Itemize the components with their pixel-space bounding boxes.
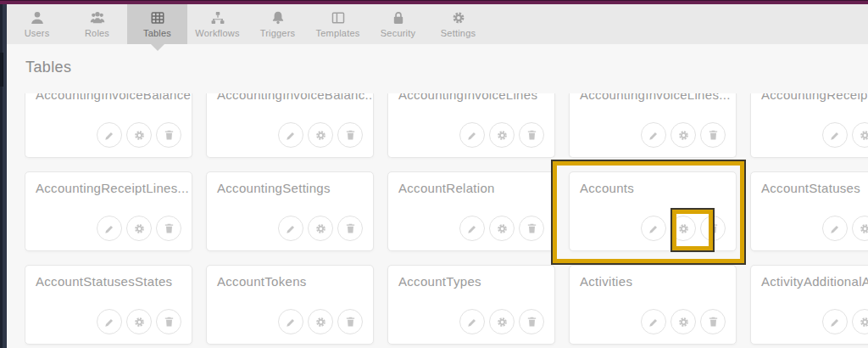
- table-card-actions: [459, 122, 544, 148]
- delete-table-button[interactable]: [156, 309, 181, 334]
- table-card: AccountingInvoiceLines: [387, 93, 555, 158]
- edit-table-button[interactable]: [822, 309, 848, 334]
- table-card-title: AccountStatusesStates: [25, 266, 192, 289]
- table-card: AccountingSettings: [206, 171, 374, 251]
- gear-icon: [314, 129, 327, 142]
- delete-table-button[interactable]: [700, 122, 726, 148]
- table-settings-button[interactable]: [308, 216, 333, 241]
- table-settings-button[interactable]: [489, 309, 515, 334]
- gear-icon: [133, 129, 146, 142]
- tab-label-users: Users: [25, 28, 50, 38]
- left-scrollbar-thumb[interactable]: [0, 53, 3, 87]
- delete-table-button[interactable]: [519, 122, 544, 148]
- table-card-title: AccountingInvoiceLines: [388, 93, 554, 102]
- table-card-actions: [822, 216, 868, 241]
- main-nav-toolbar: Users Roles Tables Workflows Triggers Te…: [7, 4, 868, 44]
- table-settings-button[interactable]: [126, 122, 152, 148]
- table-card-actions: [97, 309, 181, 334]
- tab-workflows[interactable]: Workflows: [187, 4, 248, 44]
- pencil-icon: [829, 222, 842, 235]
- delete-table-button[interactable]: [337, 216, 363, 241]
- user-icon: [30, 10, 45, 25]
- table-card-title: Accounts: [570, 172, 736, 195]
- edit-table-button[interactable]: [97, 122, 122, 148]
- table-card-title: AccountingSettings: [207, 172, 373, 195]
- table-settings-button[interactable]: [670, 216, 696, 241]
- table-card-title: AccountStatuses: [751, 172, 868, 195]
- trash-icon: [163, 222, 175, 235]
- table-settings-button[interactable]: [489, 216, 515, 241]
- table-card: AccountingReceiptLines...: [25, 171, 192, 251]
- edit-table-button[interactable]: [822, 122, 848, 148]
- edit-table-button[interactable]: [278, 122, 303, 148]
- edit-table-button[interactable]: [459, 216, 485, 241]
- delete-table-button[interactable]: [700, 309, 726, 334]
- trash-icon: [526, 222, 538, 235]
- table-settings-button[interactable]: [489, 122, 515, 148]
- edit-table-button[interactable]: [459, 122, 485, 148]
- table-card: Accounts: [569, 171, 737, 251]
- delete-table-button[interactable]: [700, 216, 726, 241]
- gear-icon: [859, 129, 868, 142]
- pencil-icon: [648, 316, 660, 328]
- pencil-icon: [648, 222, 660, 235]
- table-settings-button[interactable]: [852, 216, 868, 241]
- delete-table-button[interactable]: [156, 122, 181, 148]
- gear-icon: [677, 129, 690, 142]
- table-card: AccountingReceipts: [750, 93, 868, 158]
- table-grid-icon: [150, 10, 165, 25]
- delete-table-button[interactable]: [337, 122, 363, 148]
- delete-table-button[interactable]: [519, 309, 544, 334]
- table-settings-button[interactable]: [126, 309, 152, 334]
- pencil-icon: [285, 316, 298, 328]
- edit-table-button[interactable]: [641, 122, 666, 148]
- tab-settings[interactable]: Settings: [428, 4, 488, 44]
- edit-table-button[interactable]: [641, 309, 666, 334]
- workflow-icon: [210, 10, 225, 25]
- edit-table-button[interactable]: [97, 309, 122, 334]
- trash-icon: [526, 316, 538, 328]
- gear-icon: [859, 316, 868, 328]
- tab-label-roles: Roles: [85, 28, 109, 38]
- edit-table-button[interactable]: [641, 216, 666, 241]
- table-settings-button[interactable]: [308, 122, 333, 148]
- table-card-actions: [641, 309, 726, 334]
- table-card-title: AccountTypes: [388, 266, 554, 289]
- tab-tables[interactable]: Tables: [127, 4, 187, 44]
- tab-security[interactable]: Security: [368, 4, 428, 44]
- gear-icon: [133, 316, 146, 328]
- edit-table-button[interactable]: [97, 216, 122, 241]
- table-card: AccountRelation: [387, 171, 555, 251]
- tab-roles[interactable]: Roles: [67, 4, 127, 44]
- edit-table-button[interactable]: [822, 216, 848, 241]
- edit-table-button[interactable]: [278, 216, 303, 241]
- tab-label-triggers: Triggers: [260, 28, 296, 38]
- trash-icon: [707, 129, 720, 142]
- table-card-title: AccountingInvoiceBalanc...: [207, 93, 373, 102]
- table-card: AccountStatusesStates: [25, 265, 192, 345]
- table-settings-button[interactable]: [670, 309, 696, 334]
- pencil-icon: [285, 129, 298, 142]
- table-settings-button[interactable]: [126, 216, 152, 241]
- app-window: Users Roles Tables Workflows Triggers Te…: [0, 0, 868, 348]
- edit-table-button[interactable]: [278, 309, 303, 334]
- table-card-actions: [278, 309, 363, 334]
- table-settings-button[interactable]: [852, 309, 868, 334]
- delete-table-button[interactable]: [519, 216, 544, 241]
- table-card-actions: [822, 122, 868, 148]
- table-settings-button[interactable]: [308, 309, 333, 334]
- delete-table-button[interactable]: [337, 309, 363, 334]
- table-card-title: Activities: [570, 266, 736, 289]
- table-card-actions: [641, 122, 726, 148]
- roles-icon: [90, 10, 105, 25]
- tab-templates[interactable]: Templates: [308, 4, 368, 44]
- table-settings-button[interactable]: [670, 122, 696, 148]
- table-settings-button[interactable]: [852, 122, 868, 148]
- delete-table-button[interactable]: [156, 216, 181, 241]
- tab-triggers[interactable]: Triggers: [248, 4, 308, 44]
- pencil-icon: [466, 129, 479, 142]
- edit-table-button[interactable]: [459, 309, 485, 334]
- pencil-icon: [829, 129, 842, 142]
- tab-users[interactable]: Users: [7, 4, 67, 44]
- table-card: AccountStatuses: [750, 171, 868, 251]
